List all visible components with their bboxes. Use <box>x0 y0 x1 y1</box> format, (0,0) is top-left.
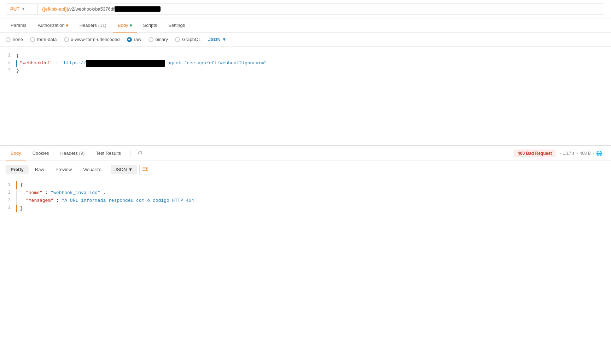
format-tabs-row: Pretty Raw Preview Visualize JSON ▼ <box>0 160 611 178</box>
method-chevron-icon: ▼ <box>22 7 25 11</box>
url-variable: {{efi-pix-api}} <box>42 6 68 12</box>
response-section: Body Cookies Headers (9) Test Results ⏱ … <box>0 146 611 215</box>
response-tab-body[interactable]: Body <box>6 146 26 160</box>
request-tabs: Params Authorization Headers (11) Body S… <box>0 18 611 33</box>
response-line-2: 2 "nome" : "webhook_invalido" , <box>0 189 611 197</box>
response-tab-test-results[interactable]: Test Results <box>91 146 126 160</box>
body-options-row: none form-data x-www-form-urlencoded raw… <box>0 33 611 47</box>
tab-params[interactable]: Params <box>6 18 31 32</box>
url-bar: PUT ▼ {{efi-pix-api}} /v2/webhook/ba5376… <box>0 0 611 18</box>
body-dot <box>130 24 132 27</box>
response-tabs-row: Body Cookies Headers (9) Test Results ⏱ … <box>0 146 611 160</box>
format-tab-preview[interactable]: Preview <box>51 165 77 174</box>
format-tab-visualize[interactable]: Visualize <box>78 165 106 174</box>
radio-circle-urlencoded <box>64 37 69 42</box>
url-path: /v2/webhook/ba5376dfredacted <box>68 6 161 12</box>
history-icon[interactable]: ⏱ <box>135 147 146 159</box>
json-format-dropdown[interactable]: JSON ▼ <box>208 37 226 42</box>
response-divider <box>130 150 130 157</box>
format-tab-raw[interactable]: Raw <box>30 165 49 174</box>
globe-icon[interactable]: 🌐 <box>596 151 602 156</box>
radio-form-data[interactable]: form-data <box>30 37 57 42</box>
radio-circle-raw <box>127 37 132 42</box>
radio-none[interactable]: none <box>6 37 23 42</box>
response-tab-headers[interactable]: Headers (9) <box>56 146 90 160</box>
line-number-1: 1 <box>6 52 16 59</box>
response-tab-cookies[interactable]: Cookies <box>28 146 54 160</box>
line-number-3: 3 <box>6 67 16 74</box>
response-line-4: 4 } <box>0 205 611 212</box>
url-input[interactable]: {{efi-pix-api}} /v2/webhook/ba5376dfreda… <box>37 4 605 14</box>
tab-settings[interactable]: Settings <box>163 18 190 32</box>
editor-line-3: 3 } <box>0 67 611 75</box>
json-chevron-icon: ▼ <box>222 37 227 42</box>
status-badge: 400 Bad Request <box>514 149 555 157</box>
radio-circle-none <box>6 37 11 42</box>
response-format-dropdown[interactable]: JSON ▼ <box>111 165 137 174</box>
radio-graphql[interactable]: GraphQL <box>175 37 201 42</box>
method-selector[interactable]: PUT ▼ <box>6 4 37 14</box>
tab-headers[interactable]: Headers (11) <box>75 18 111 32</box>
editor-line-2: 2 "webhookUrl" : "https://redacted.ngrok… <box>0 60 611 67</box>
radio-circle-binary <box>149 37 153 42</box>
response-line-3: 3 "mensagem" : "A URL informada responde… <box>0 197 611 205</box>
response-line-1: 1 { <box>0 181 611 189</box>
tab-body[interactable]: Body <box>113 18 137 32</box>
method-label: PUT <box>10 6 19 12</box>
request-editor[interactable]: 1 { 2 "webhookUrl" : "https://redacted.n… <box>0 47 611 146</box>
radio-urlencoded[interactable]: x-www-form-urlencoded <box>64 37 120 42</box>
radio-circle-graphql <box>175 37 180 42</box>
tab-scripts[interactable]: Scripts <box>138 18 162 32</box>
wrap-lines-icon[interactable] <box>139 164 151 175</box>
response-body-code: 1 { 2 "nome" : "webhook_invalido" , 3 "m… <box>0 178 611 215</box>
tab-authorization[interactable]: Authorization <box>33 18 73 32</box>
line-number-2: 2 <box>6 60 16 66</box>
response-status-area: 400 Bad Request 1.17 s 408 B 🌐 | <box>514 149 605 157</box>
format-chevron-icon: ▼ <box>128 167 133 172</box>
radio-binary[interactable]: binary <box>149 37 168 42</box>
radio-circle-form-data <box>30 37 35 42</box>
authorization-dot <box>66 24 68 27</box>
response-meta: 1.17 s 408 B 🌐 | <box>560 151 605 156</box>
editor-line-1: 1 { <box>0 52 611 60</box>
format-tab-pretty[interactable]: Pretty <box>6 165 29 174</box>
radio-raw[interactable]: raw <box>127 37 141 42</box>
